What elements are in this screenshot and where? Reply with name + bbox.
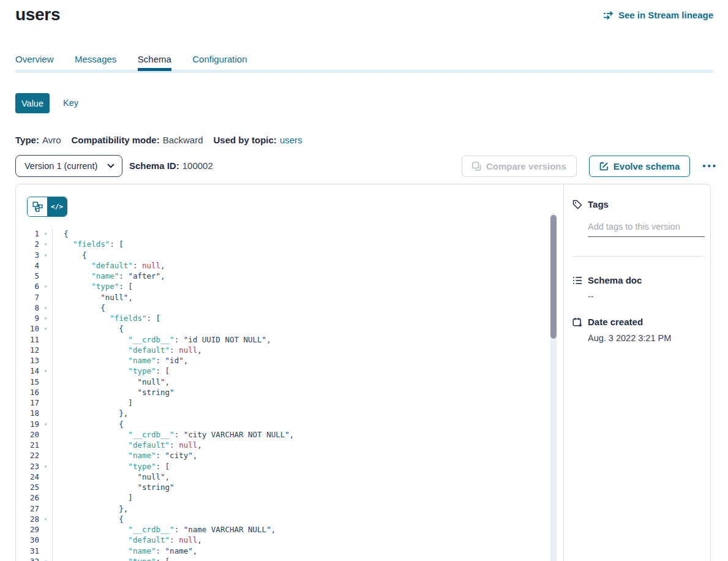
code-line: 31 "name": "name", bbox=[16, 546, 550, 556]
code-text: "type": [ bbox=[52, 281, 550, 292]
code-text: "null", bbox=[52, 377, 550, 387]
topic-link[interactable]: users bbox=[280, 135, 302, 145]
calendar-plus-icon bbox=[572, 317, 582, 327]
compatibility-value: Backward bbox=[163, 135, 203, 145]
code-text: "type": [ bbox=[52, 461, 550, 472]
value-toggle-button[interactable]: Value bbox=[15, 93, 50, 113]
line-number: 12 bbox=[16, 345, 39, 355]
code-text: "name": "city", bbox=[52, 450, 550, 461]
collapse-arrow-spacer bbox=[39, 260, 52, 271]
code-line: 20 "__crdb__": "city VARCHAR NOT NULL", bbox=[16, 429, 550, 440]
collapse-arrow-spacer bbox=[39, 334, 52, 345]
tags-title: Tags bbox=[588, 199, 609, 209]
line-number: 31 bbox=[16, 546, 39, 556]
collapse-arrow-icon[interactable]: ▾ bbox=[39, 514, 52, 524]
tree-view-icon bbox=[32, 201, 43, 212]
code-text: "__crdb__": "id UUID NOT NULL", bbox=[52, 334, 550, 345]
code-text: "default": null, bbox=[52, 440, 550, 450]
line-number: 8 bbox=[16, 303, 39, 313]
schema-doc-title: Schema doc bbox=[588, 275, 642, 285]
version-select[interactable]: Version 1 (current) bbox=[15, 155, 122, 177]
more-actions-button[interactable]: ••• bbox=[702, 155, 718, 177]
code-line: 3▾ { bbox=[16, 250, 550, 260]
code-line: 25 "string" bbox=[16, 482, 550, 492]
key-toggle-button[interactable]: Key bbox=[63, 93, 78, 113]
schema-doc-value: -- bbox=[588, 292, 594, 301]
tab-bar: Overview Messages Schema Configuration bbox=[15, 54, 713, 73]
code-lines: 1▾{2▾ "fields": [3▾ {4 "default": null,5… bbox=[16, 228, 550, 561]
tab-schema[interactable]: Schema bbox=[138, 54, 171, 71]
collapse-arrow-icon[interactable]: ▾ bbox=[39, 366, 52, 376]
code-line: 15 "null", bbox=[16, 377, 550, 387]
tab-configuration[interactable]: Configuration bbox=[192, 54, 247, 71]
collapse-arrow-icon[interactable]: ▾ bbox=[39, 419, 52, 429]
collapse-arrow-icon[interactable]: ▾ bbox=[39, 313, 52, 323]
version-select-value: Version 1 (current) bbox=[24, 161, 97, 171]
tag-icon bbox=[572, 200, 582, 209]
code-text: "__crdb__": "name VARCHAR NULL", bbox=[52, 524, 550, 535]
schema-id: Schema ID:100002 bbox=[129, 155, 213, 177]
code-text: "type": [ bbox=[52, 556, 550, 561]
collapse-arrow-icon[interactable]: ▾ bbox=[39, 323, 52, 334]
collapse-arrow-icon[interactable]: ▾ bbox=[39, 461, 52, 472]
line-number: 13 bbox=[16, 355, 39, 366]
stream-lineage-link[interactable]: See in Stream lineage bbox=[604, 10, 713, 20]
collapse-arrow-spacer bbox=[39, 292, 52, 303]
code-line: 17 ] bbox=[16, 397, 550, 408]
tree-view-button[interactable] bbox=[28, 197, 47, 216]
code-line: 11 "__crdb__": "id UUID NOT NULL", bbox=[16, 334, 550, 345]
code-text: }, bbox=[52, 408, 550, 418]
page-title: users bbox=[15, 5, 60, 24]
code-line: 32▾ "type": [ bbox=[16, 556, 550, 561]
compare-versions-button[interactable]: Compare versions bbox=[462, 156, 577, 177]
schema-code-editor[interactable]: 1▾{2▾ "fields": [3▾ {4 "default": null,5… bbox=[16, 228, 550, 561]
schema-page: users See in Stream lineage Overview Mes… bbox=[0, 0, 728, 561]
line-number: 23 bbox=[16, 461, 39, 472]
collapse-arrow-icon[interactable]: ▾ bbox=[39, 239, 52, 249]
collapse-arrow-icon[interactable]: ▾ bbox=[39, 228, 52, 239]
code-line: 24 "null", bbox=[16, 472, 550, 482]
code-view-button[interactable]: </> bbox=[47, 197, 67, 216]
collapse-arrow-spacer bbox=[39, 535, 52, 545]
line-number: 1 bbox=[16, 228, 39, 239]
code-line: 10▾ { bbox=[16, 323, 550, 334]
tags-input[interactable] bbox=[588, 217, 705, 237]
collapse-arrow-spacer bbox=[39, 524, 52, 535]
collapse-arrow-spacer bbox=[39, 377, 52, 387]
code-text: "name": "id", bbox=[52, 355, 550, 366]
line-number: 18 bbox=[16, 408, 39, 418]
collapse-arrow-icon[interactable]: ▾ bbox=[39, 281, 52, 292]
collapse-arrow-icon[interactable]: ▾ bbox=[39, 250, 52, 260]
list-icon bbox=[572, 276, 582, 285]
collapse-arrow-icon[interactable]: ▾ bbox=[39, 303, 52, 313]
line-number: 32 bbox=[16, 556, 39, 561]
scrollbar-track[interactable] bbox=[550, 213, 557, 561]
line-number: 9 bbox=[16, 313, 39, 323]
line-number: 27 bbox=[16, 503, 39, 514]
controls-row: Version 1 (current) Schema ID:100002 Com… bbox=[15, 155, 718, 177]
evolve-schema-button[interactable]: Evolve schema bbox=[589, 156, 690, 177]
line-number: 19 bbox=[16, 419, 39, 429]
tab-overview[interactable]: Overview bbox=[15, 54, 54, 71]
topic-label: Used by topic: bbox=[214, 135, 277, 145]
date-created-title: Date created bbox=[588, 317, 643, 327]
line-number: 5 bbox=[16, 271, 39, 281]
collapse-arrow-icon[interactable]: ▾ bbox=[39, 556, 52, 561]
line-number: 3 bbox=[16, 250, 39, 260]
code-text: { bbox=[52, 419, 550, 429]
evolve-schema-label: Evolve schema bbox=[614, 161, 680, 171]
tab-messages[interactable]: Messages bbox=[75, 54, 116, 71]
sidebar-divider bbox=[572, 256, 705, 257]
code-view-icon: </> bbox=[51, 203, 63, 211]
line-number: 28 bbox=[16, 514, 39, 524]
schema-view-toggle: </> bbox=[27, 197, 67, 217]
tab-underline-track bbox=[15, 70, 713, 73]
schema-actions: Compare versions Evolve schema ••• bbox=[462, 155, 718, 177]
collapse-arrow-spacer bbox=[39, 429, 52, 440]
code-text: "default": null, bbox=[52, 535, 550, 545]
collapse-arrow-spacer bbox=[39, 271, 52, 281]
code-text: { bbox=[52, 228, 550, 239]
code-line: 30 "default": null, bbox=[16, 535, 550, 545]
scrollbar-thumb[interactable] bbox=[550, 215, 557, 339]
schema-id-label: Schema ID: bbox=[129, 160, 179, 171]
